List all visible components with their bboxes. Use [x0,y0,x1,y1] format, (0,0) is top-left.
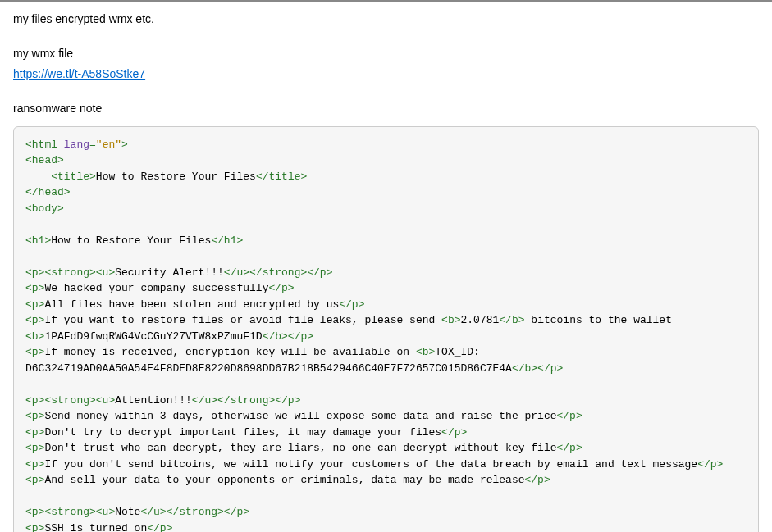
code-token: <p><strong><u> [25,506,115,518]
code-token: <p> [25,346,44,358]
code-token: If you want to restore files or avoid fi… [44,314,441,326]
code-token: </p> [697,458,723,471]
code-token: </u></strong></p> [140,506,249,518]
code-token: </p> [268,282,294,294]
code-token: SSH is turned on [44,522,147,532]
code-token: </p> [557,442,582,454]
code-token: </p> [441,426,467,439]
code-token: <b> [441,314,460,326]
code-token: </head> [25,186,71,198]
code-token: And sell your data to your opponents or … [44,474,524,486]
code-token: </p> [557,410,582,422]
code-token: "en" [96,139,121,151]
code-token: <b> [25,330,44,343]
post-line-2: my wmx file [13,44,759,62]
code-token: </u></strong></p> [192,394,301,407]
code-token: bitcoins to the wallet [525,314,678,326]
post-line-1: my files encrypted wmx etc. [13,10,759,28]
post-body: my files encrypted wmx etc. my wmx file … [0,2,772,118]
code-token: </p> [525,474,550,486]
code-token: <p> [25,298,44,311]
post-link-line: https://we.tl/t-A58SoStke7 [13,65,759,83]
code-token: Note [115,506,140,518]
code-token: How to Restore Your Files [51,234,211,247]
code-token: </b></p> [263,330,313,343]
code-token: If you don't send bitcoins, we will noti… [44,458,697,471]
code-token: <b> [416,346,435,358]
code-token: </h1> [211,234,243,247]
code-token: TOX_ID: [435,346,480,358]
code-token: Security Alert!!! [115,266,224,279]
code-token: How to Restore Your Files [96,171,256,183]
code-token: </title> [256,171,307,183]
code-token: Don't trust who can decrypt, they are li… [44,442,556,454]
code-token: <p><strong><u> [25,266,115,279]
code-token: <p> [25,458,44,471]
wetransfer-link[interactable]: https://we.tl/t-A58SoStke7 [13,67,145,80]
code-token: All files have been stolen and encrypted… [44,298,339,311]
code-token: <p> [25,474,44,486]
code-token: <p><strong><u> [25,394,115,407]
code-token: <p> [25,442,44,454]
code-token: <html [25,139,64,151]
code-token: We hacked your company successfully [44,282,268,294]
code-token: Send money within 3 days, otherwise we w… [44,410,556,422]
code-token: lang [64,139,89,151]
spacer [13,84,759,99]
code-indent [25,171,51,183]
code-token: <h1> [25,234,51,247]
code-token: </b> [499,314,524,326]
code-token: <p> [25,282,44,294]
ransom-note-code-block: <html lang="en"> <head> <title>How to Re… [13,126,759,532]
code-token: </p> [339,298,364,311]
code-token: <p> [25,426,44,439]
code-token: <p> [25,522,44,532]
post-line-3: ransomware note [13,99,759,117]
code-token: = [89,139,96,151]
spacer [13,30,759,44]
code-token: 2.0781 [461,314,500,326]
code-token: </b></p> [512,362,563,375]
post-container: my files encrypted wmx etc. my wmx file … [0,0,772,532]
code-token: If money is received, encryption key wil… [44,346,415,358]
code-token: <p> [25,410,44,422]
code-token: <head> [25,154,64,166]
code-token: <body> [25,202,64,215]
code-token: > [121,139,128,151]
code-token: </u></strong></p> [224,266,333,279]
code-token: </p> [147,522,172,532]
code-token: 1PAFdD9fwqRWG4VcCGuY27VTW8xPZmuF1D [44,330,262,343]
code-token: Attention!!! [115,394,192,407]
code-token: <title> [51,171,96,183]
code-token: <p> [25,314,44,326]
code-token: Don't try to decrypt important files, it… [44,426,441,439]
code-token: D6C324719AD0AA50A54E4F8DED8E8220D8698DD6… [25,362,512,375]
